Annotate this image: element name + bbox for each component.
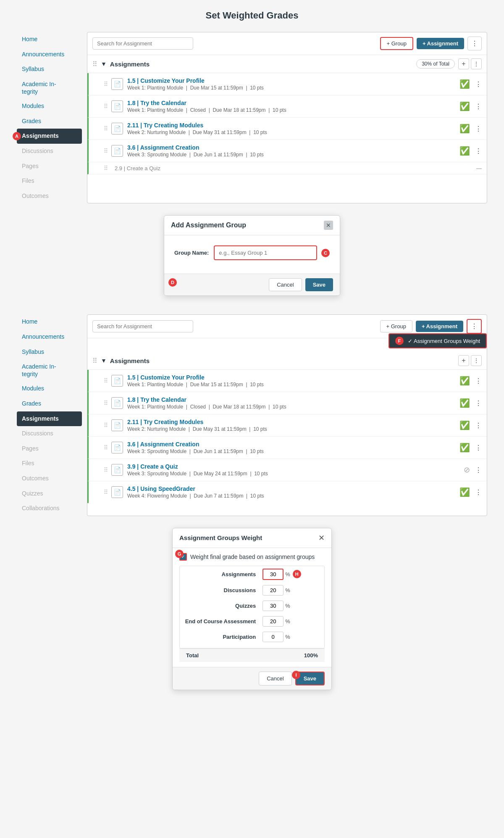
sidebar-item-grades-2[interactable]: Grades	[17, 396, 82, 411]
row-more-2-4[interactable]: ⋮	[475, 444, 482, 452]
row-meta-2-6: Week 4: Flowering Module | Due Jun 7 at …	[127, 493, 459, 499]
row-more-1-2[interactable]: ⋮	[475, 103, 482, 111]
sidebar-item-modules-2[interactable]: Modules	[17, 381, 82, 396]
row-more-2-2[interactable]: ⋮	[475, 399, 482, 407]
sidebar-item-home-2[interactable]: Home	[17, 314, 82, 329]
row-check-1-1: ✅	[459, 79, 470, 89]
row-title-2-6[interactable]: 4.5 | Using SpeedGrader	[127, 485, 459, 492]
row-drag-2-1[interactable]: ⠿	[104, 377, 108, 384]
group-toggle-1[interactable]: ▼	[101, 61, 107, 67]
drag-handle-1[interactable]: ⠿	[92, 60, 97, 68]
row-check-2-6: ✅	[459, 487, 470, 497]
assignment-row-1-1: ⠿ 📄 1.5 | Customize Your Profile Week 1:…	[87, 73, 487, 95]
assignment-icon-1-2: 📄	[111, 100, 123, 112]
annotation-d: D	[168, 278, 177, 287]
dropdown-assignment-groups-weight[interactable]: F ✓ Assignment Groups Weight	[388, 333, 487, 348]
add-group-button-2[interactable]: + Group	[380, 320, 412, 332]
row-more-1-1[interactable]: ⋮	[475, 80, 482, 88]
row-more-1-3[interactable]: ⋮	[475, 125, 482, 133]
truncated-dots[interactable]: —	[476, 165, 482, 171]
row-drag-1-4[interactable]: ⠿	[104, 148, 108, 154]
save-add-group-button[interactable]: Save	[305, 278, 333, 291]
more-options-button-1[interactable]: ⋮	[467, 37, 482, 50]
row-drag-2-3[interactable]: ⠿	[104, 422, 108, 429]
row-drag-1-3[interactable]: ⠿	[104, 125, 108, 132]
row-drag-trunc[interactable]: ⠿	[104, 165, 108, 171]
weight-total-row: Total 100%	[179, 648, 325, 662]
sidebar-item-syllabus-2[interactable]: Syllabus	[17, 345, 82, 360]
row-more-2-6[interactable]: ⋮	[475, 488, 482, 496]
sidebar-item-grades-1[interactable]: Grades	[17, 114, 82, 129]
row-more-2-1[interactable]: ⋮	[475, 377, 482, 385]
sidebar-item-assignments-1[interactable]: A Assignments	[17, 129, 82, 144]
row-title-1-4[interactable]: 3.6 | Assignment Creation	[127, 144, 459, 151]
row-drag-2-2[interactable]: ⠿	[104, 400, 108, 406]
row-drag-2-4[interactable]: ⠿	[104, 444, 108, 451]
sidebar-item-home-1[interactable]: Home	[17, 32, 82, 47]
truncated-title: 2.9 | Create a Quiz	[115, 165, 160, 171]
row-meta-2-1: Week 1: Planting Module | Due Mar 15 at …	[127, 382, 459, 387]
assignments-badge-1: 30% of Total	[416, 59, 455, 69]
group-more-1[interactable]: ⋮	[471, 58, 482, 69]
sidebar-item-academic-integrity-2[interactable]: Academic In-tegrity	[17, 359, 82, 381]
group-more-2[interactable]: ⋮	[471, 355, 482, 366]
sidebar-item-syllabus-1[interactable]: Syllabus	[17, 62, 82, 77]
row-more-2-3[interactable]: ⋮	[475, 422, 482, 430]
row-title-2-4[interactable]: 3.6 | Assignment Creation	[127, 441, 459, 448]
weight-input-quizzes[interactable]	[262, 601, 284, 611]
weight-scroll-area[interactable]: Assignments % H Discussions	[179, 566, 325, 648]
weight-input-end-of-course[interactable]	[262, 616, 284, 627]
group-name-label: Group Name:	[174, 250, 209, 256]
search-input-2[interactable]	[92, 320, 193, 332]
row-title-1-3[interactable]: 2.11 | Try Creating Modules	[127, 122, 459, 129]
row-info-1-4: 3.6 | Assignment Creation Week 3: Sprout…	[127, 144, 459, 158]
row-meta-1-4: Week 3: Sprouting Module | Due Jun 1 at …	[127, 152, 459, 158]
weight-input-discussions[interactable]	[262, 585, 284, 596]
group-add-1[interactable]: +	[458, 58, 469, 69]
sidebar-item-assignments-2[interactable]: Assignments	[17, 411, 82, 427]
sidebar-item-announcements-1[interactable]: Announcements	[17, 47, 82, 62]
weight-input-participation[interactable]	[262, 632, 284, 642]
add-assignment-button-2[interactable]: + Assignment	[416, 321, 463, 332]
row-title-1-1[interactable]: 1.5 | Customize Your Profile	[127, 77, 459, 84]
modal-close-add-group[interactable]: ✕	[324, 221, 333, 230]
row-more-2-5[interactable]: ⋮	[475, 466, 482, 474]
assignments-group-name-2: Assignments	[110, 357, 150, 364]
weight-row-assignments: Assignments % H	[180, 566, 324, 582]
row-title-2-5[interactable]: 3.9 | Create a Quiz	[127, 463, 464, 470]
annotation-g: G	[175, 550, 184, 558]
group-add-2[interactable]: +	[458, 355, 469, 366]
row-more-1-4[interactable]: ⋮	[475, 147, 482, 155]
sidebar-1: Home Announcements Syllabus Academic In-…	[17, 32, 82, 203]
add-group-button-1[interactable]: + Group	[380, 37, 413, 50]
more-options-button-2[interactable]: ⋮	[467, 319, 482, 334]
row-title-2-2[interactable]: 1.8 | Try the Calendar	[127, 396, 459, 403]
assignments-group-header-1: ⠿ ▼ Assignments 30% of Total + ⋮	[87, 55, 487, 73]
weight-modal-close[interactable]: ✕	[318, 533, 325, 543]
weight-input-assignments[interactable]	[262, 569, 284, 580]
drag-handle-2[interactable]: ⠿	[92, 357, 97, 365]
sidebar-item-announcements-2[interactable]: Announcements	[17, 329, 82, 345]
cancel-weight-button[interactable]: Cancel	[259, 672, 291, 685]
group-toggle-2[interactable]: ▼	[101, 357, 107, 364]
row-info-1-2: 1.8 | Try the Calendar Week 1: Planting …	[127, 100, 459, 113]
row-drag-1-1[interactable]: ⠿	[104, 81, 108, 87]
row-drag-2-6[interactable]: ⠿	[104, 489, 108, 495]
sidebar-item-files-2: Files	[17, 456, 82, 471]
sidebar-item-discussions-2: Discussions	[17, 426, 82, 441]
sidebar-item-modules-1[interactable]: Modules	[17, 99, 82, 114]
search-input-1[interactable]	[92, 37, 193, 50]
row-title-1-2[interactable]: 1.8 | Try the Calendar	[127, 100, 459, 106]
sidebar-item-academic-integrity-1[interactable]: Academic In-tegrity	[17, 77, 82, 99]
weight-checkbox[interactable]: G ✓	[179, 553, 187, 561]
group-name-input[interactable]	[214, 245, 317, 260]
add-assignment-button-1[interactable]: + Assignment	[417, 38, 464, 49]
row-title-2-1[interactable]: 1.5 | Customize Your Profile	[127, 374, 459, 381]
annotation-h: H	[293, 570, 301, 578]
cancel-add-group-button[interactable]: Cancel	[269, 278, 302, 291]
row-drag-1-2[interactable]: ⠿	[104, 103, 108, 110]
weight-row-label-assignments: Assignments	[180, 566, 259, 582]
row-title-2-3[interactable]: 2.11 | Try Creating Modules	[127, 419, 459, 425]
row-drag-2-5[interactable]: ⠿	[104, 466, 108, 473]
modal-footer-add-group: D Cancel Save	[164, 274, 340, 295]
